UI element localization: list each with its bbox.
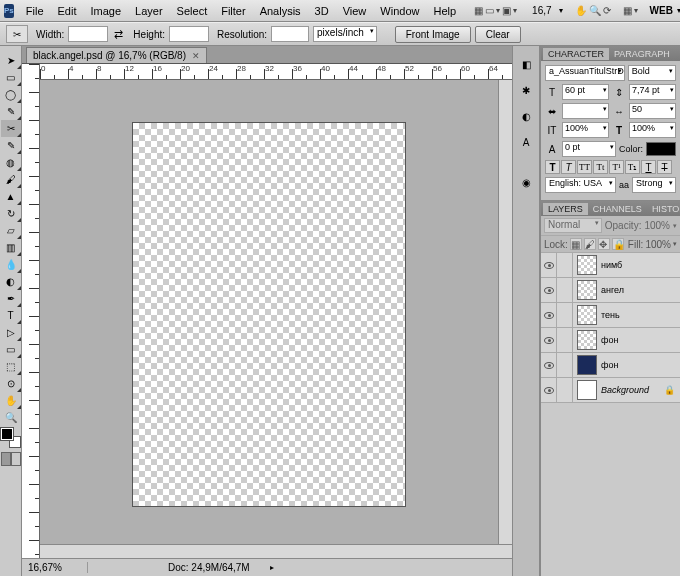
lock-position-icon[interactable]: ✥ xyxy=(598,238,610,250)
faux-italic-button[interactable]: T xyxy=(561,160,576,174)
eyedropper-tool[interactable]: ✎ xyxy=(1,137,21,154)
styles-icon[interactable]: ✱ xyxy=(516,80,536,100)
lock-transparency-icon[interactable]: ▦ xyxy=(570,238,582,250)
link-cell[interactable] xyxy=(557,328,573,352)
visibility-toggle[interactable] xyxy=(541,378,557,402)
tab-layers[interactable]: LAYERS xyxy=(543,203,588,215)
extras-icon[interactable]: ▦▾ xyxy=(623,3,638,19)
font-family-select[interactable]: a_AssuanTitulStrDst xyxy=(545,65,625,81)
layer-name[interactable]: ангел xyxy=(601,285,680,295)
link-cell[interactable] xyxy=(557,253,573,277)
layer-name[interactable]: тень xyxy=(601,310,680,320)
type-tool[interactable]: T xyxy=(1,307,21,324)
swatches-icon[interactable]: ◧ xyxy=(516,54,536,74)
document-tab[interactable]: black.angel.psd @ 16,7% (RGB/8) ✕ xyxy=(26,47,207,63)
fill-value[interactable]: 100% xyxy=(645,239,671,250)
baseline-input[interactable]: 0 pt xyxy=(562,141,616,157)
layer-name[interactable]: фон xyxy=(601,360,680,370)
brushes-icon[interactable]: ◉ xyxy=(516,172,536,192)
layer-row[interactable]: фон xyxy=(541,353,680,378)
tab-history[interactable]: HISTORY xyxy=(647,203,680,215)
opacity-value[interactable]: 100% xyxy=(644,220,670,231)
brush-tool[interactable]: 🖌 xyxy=(1,171,21,188)
menu-edit[interactable]: Edit xyxy=(52,3,83,19)
underline-button[interactable]: T xyxy=(641,160,656,174)
marquee-tool[interactable]: ▭ xyxy=(1,69,21,86)
hand-icon[interactable]: ✋ xyxy=(575,3,587,19)
resolution-input[interactable] xyxy=(271,26,309,42)
language-select[interactable]: English: USA xyxy=(545,177,616,193)
tab-paragraph[interactable]: PARAGRAPH xyxy=(609,48,675,60)
hand-tool[interactable]: ✋ xyxy=(1,392,21,409)
info-icon[interactable]: A xyxy=(516,132,536,152)
history-brush-tool[interactable]: ↻ xyxy=(1,205,21,222)
front-image-button[interactable]: Front Image xyxy=(395,26,471,43)
faux-bold-button[interactable]: T xyxy=(545,160,560,174)
workspace-switcher[interactable]: WEB xyxy=(650,5,673,16)
menu-file[interactable]: File xyxy=(20,3,50,19)
visibility-toggle[interactable] xyxy=(541,278,557,302)
move-tool[interactable]: ➤ xyxy=(1,52,21,69)
menu-layer[interactable]: Layer xyxy=(129,3,169,19)
layer-row[interactable]: ангел xyxy=(541,278,680,303)
zoom-tool[interactable]: 🔍 xyxy=(1,409,21,426)
superscript-button[interactable]: T¹ xyxy=(609,160,624,174)
blend-mode-select[interactable]: Normal xyxy=(544,218,602,233)
visibility-toggle[interactable] xyxy=(541,353,557,377)
quickselect-tool[interactable]: ✎ xyxy=(1,103,21,120)
crop-tool-icon[interactable]: ✂ xyxy=(6,25,28,43)
visibility-toggle[interactable] xyxy=(541,303,557,327)
layer-thumbnail[interactable] xyxy=(577,255,597,275)
color-swatches[interactable] xyxy=(1,428,21,448)
bridge-icon[interactable]: ▦ xyxy=(474,3,483,19)
layer-thumbnail[interactable] xyxy=(577,355,597,375)
menu-window[interactable]: Window xyxy=(374,3,425,19)
close-icon[interactable]: ✕ xyxy=(192,51,200,61)
height-input[interactable] xyxy=(169,26,209,42)
layer-row[interactable]: фон xyxy=(541,328,680,353)
screenmode-icon[interactable]: ▣▾ xyxy=(502,3,517,19)
subscript-button[interactable]: T₁ xyxy=(625,160,640,174)
tab-channels[interactable]: CHANNELS xyxy=(588,203,647,215)
leading-input[interactable]: 7,74 pt xyxy=(629,84,676,100)
strikethrough-button[interactable]: T xyxy=(657,160,672,174)
clear-button[interactable]: Clear xyxy=(475,26,521,43)
hscale-input[interactable]: 100% xyxy=(629,122,676,138)
lock-all-icon[interactable]: 🔒 xyxy=(612,238,624,250)
width-input[interactable] xyxy=(68,26,108,42)
swap-icon[interactable]: ⇄ xyxy=(114,28,123,41)
3d-tool[interactable]: ⬚ xyxy=(1,358,21,375)
menu-analysis[interactable]: Analysis xyxy=(254,3,307,19)
zoom-field[interactable]: 16,7 xyxy=(529,4,554,17)
link-cell[interactable] xyxy=(557,378,573,402)
menu-help[interactable]: Help xyxy=(427,3,462,19)
unit-select[interactable]: pixels/inch xyxy=(313,26,377,42)
scrollbar-horizontal[interactable] xyxy=(40,544,512,558)
vscale-input[interactable]: 100% xyxy=(562,122,609,138)
lasso-tool[interactable]: ◯ xyxy=(1,86,21,103)
menu-image[interactable]: Image xyxy=(85,3,128,19)
canvas[interactable] xyxy=(133,123,405,506)
layer-row[interactable]: Background🔒 xyxy=(541,378,680,403)
text-color-swatch[interactable] xyxy=(646,142,676,156)
visibility-toggle[interactable] xyxy=(541,253,557,277)
layer-thumbnail[interactable] xyxy=(577,380,597,400)
adjustments-icon[interactable]: ◐ xyxy=(516,106,536,126)
scrollbar-vertical[interactable] xyxy=(498,80,512,544)
status-doc[interactable]: Doc: 24,9M/64,7M xyxy=(108,562,250,573)
shape-tool[interactable]: ▭ xyxy=(1,341,21,358)
link-cell[interactable] xyxy=(557,303,573,327)
visibility-toggle[interactable] xyxy=(541,328,557,352)
tracking-input[interactable]: 50 xyxy=(629,103,676,119)
font-size-input[interactable]: 60 pt xyxy=(562,84,609,100)
pen-tool[interactable]: ✒ xyxy=(1,290,21,307)
dodge-tool[interactable]: ◐ xyxy=(1,273,21,290)
font-style-select[interactable]: Bold xyxy=(628,65,676,81)
eraser-tool[interactable]: ▱ xyxy=(1,222,21,239)
layer-thumbnail[interactable] xyxy=(577,280,597,300)
menu-select[interactable]: Select xyxy=(171,3,214,19)
menu-view[interactable]: View xyxy=(337,3,373,19)
layer-thumbnail[interactable] xyxy=(577,330,597,350)
status-zoom[interactable]: 16,67% xyxy=(28,562,88,573)
layer-name[interactable]: фон xyxy=(601,335,680,345)
